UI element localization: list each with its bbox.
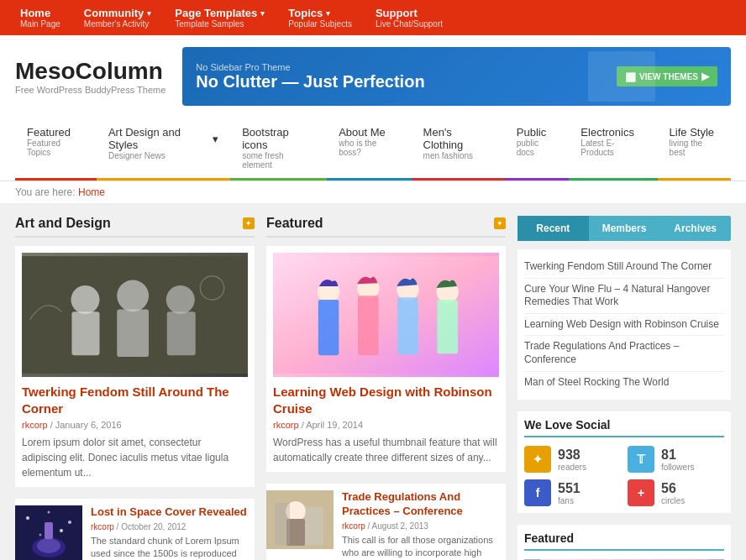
top-nav-label-topics: Topics ▾ [288, 7, 352, 19]
svg-rect-25 [273, 256, 499, 374]
cat-nav-sub-featured: Featured Topics [27, 139, 85, 157]
social-icon-twitter: 𝕋 [628, 446, 654, 473]
art-design-main-meta: rkcorp / January 6, 2016 [22, 420, 248, 430]
cat-nav-label-electronics: Electronics [581, 126, 645, 139]
cat-nav-item-lifestyle[interactable]: Life Style living the best [658, 118, 731, 181]
svg-rect-27 [318, 300, 339, 355]
cat-arrow-art-design: ▾ [213, 133, 218, 145]
lost-in-space-excerpt: The standard chunk of Lorem Ipsum used s… [91, 535, 255, 560]
site-name: MesoColumn [15, 58, 165, 85]
top-nav-sub-community: Member's Activity [84, 19, 152, 29]
social-info-rss: 938 readers [558, 447, 586, 472]
cat-nav-item-art-design[interactable]: Art Design and Styles ▾ Designer News [97, 118, 230, 181]
social-count-facebook: 551 [558, 481, 581, 496]
social-item-twitter[interactable]: 𝕋 81 followers [628, 446, 724, 473]
cat-nav-label-lifestyle: Life Style [670, 126, 719, 139]
top-nav-item-home[interactable]: Home Main Page [8, 0, 72, 35]
banner-mockup-image [588, 51, 655, 102]
social-info-facebook: 551 fans [558, 481, 581, 505]
site-header: MesoColumn Free WordPress BuddyPress The… [0, 35, 746, 118]
art-design-main-author[interactable]: rkcorp [22, 420, 48, 430]
site-tagline: Free WordPress BuddyPress Theme [15, 85, 165, 95]
featured-main-excerpt: WordPress has a useful thumbnail feature… [273, 435, 499, 465]
category-navigation: Featured Featured Topics Art Design and … [0, 118, 746, 181]
social-title: We Love Social [524, 418, 724, 437]
cat-nav-label-mens-clothing: Men's Clothing [423, 126, 493, 151]
social-item-gplus[interactable]: + 56 circles [628, 479, 724, 506]
top-nav-label-page-templates: Page Templates ▾ [175, 7, 265, 19]
space-image-svg [15, 505, 82, 560]
trade-regulations-author[interactable]: rkcorp [342, 521, 365, 531]
cat-nav-item-electronics[interactable]: Electronics Latest E-Products [569, 118, 657, 181]
lost-in-space-author[interactable]: rkcorp [91, 522, 114, 531]
social-icon-facebook: f [524, 479, 551, 506]
breadcrumb-home-link[interactable]: Home [78, 186, 105, 198]
top-nav-label-support: Support [376, 7, 443, 19]
sidebar-link-0[interactable]: Twerking Fendom Still Around The Corner [524, 256, 724, 279]
sidebar-featured-title: Featured [524, 531, 724, 551]
art-design-main-image [22, 253, 248, 377]
featured-main-author[interactable]: rkcorp [273, 420, 299, 430]
art-design-main-date: January 6, 2016 [55, 420, 122, 430]
social-item-facebook[interactable]: f 551 fans [524, 479, 621, 506]
featured-small-article-1: Trade Regulations And Practices – Confer… [266, 484, 506, 560]
social-item-rss[interactable]: ✦ 938 readers [524, 446, 621, 473]
cat-nav-sub-mens-clothing: men fashions [423, 151, 493, 160]
top-nav-item-topics[interactable]: Topics ▾ Popular Subjects [276, 0, 364, 35]
rss-icon-featured[interactable]: ✦ [494, 217, 506, 229]
lost-in-space-title[interactable]: Lost in Space Cover Revealed [91, 505, 255, 520]
art-design-image-svg [22, 253, 248, 377]
cat-nav-item-bootstrap[interactable]: Bootstrap icons some fresh element [230, 118, 327, 181]
svg-point-17 [37, 538, 60, 553]
svg-rect-34 [437, 300, 458, 353]
sidebar-link-1[interactable]: Cure Your Wine Flu – 4 Natural Hangover … [524, 279, 724, 314]
featured-section-header: Featured ✦ [266, 216, 506, 238]
featured-image-svg [273, 253, 499, 377]
cat-nav-sub-about-me: who is the boss? [339, 139, 399, 157]
featured-main-article: Learning Web Design with Robinson Cruise… [266, 246, 506, 472]
social-count-gplus: 56 [661, 481, 685, 496]
trade-regulations-content: Trade Regulations And Practices – Confer… [342, 490, 506, 560]
featured-main-title[interactable]: Learning Web Design with Robinson Cruise [273, 377, 499, 420]
cat-nav-label-featured: Featured [27, 126, 85, 139]
sidebar: RecentMembersArchives Twerking Fendom St… [517, 216, 731, 560]
svg-rect-8 [167, 311, 196, 355]
sidebar-link-4[interactable]: Man of Steel Rocking The World [524, 372, 724, 394]
trade-regulations-title[interactable]: Trade Regulations And Practices – Confer… [342, 490, 506, 519]
cat-nav-sub-art-design: Designer News [108, 151, 218, 160]
svg-rect-18 [45, 522, 53, 539]
top-nav-item-page-templates[interactable]: Page Templates ▾ Template Samples [163, 0, 276, 35]
lost-in-space-image [15, 505, 82, 560]
cat-nav-item-about-me[interactable]: About Me who is the boss? [327, 118, 411, 181]
site-logo: MesoColumn Free WordPress BuddyPress The… [15, 58, 165, 95]
trade-image-svg [266, 490, 334, 549]
top-nav-item-community[interactable]: Community ▾ Member's Activity [72, 0, 164, 35]
rss-icon-art[interactable]: ✦ [243, 217, 255, 229]
sidebar-tab-archives[interactable]: Archives [659, 216, 731, 241]
top-nav-item-support[interactable]: Support Live Chat/Support [364, 0, 454, 35]
sidebar-link-3[interactable]: Trade Regulations And Practices – Confer… [524, 336, 724, 371]
art-design-small-article-1: Lost in Space Cover Revealed rkcorp / Oc… [15, 499, 255, 560]
featured-main-date: April 19, 2014 [306, 420, 363, 430]
svg-point-15 [60, 529, 63, 532]
sidebar-link-2[interactable]: Learning Web Design with Robinson Cruise [524, 314, 724, 337]
lost-in-space-article: Lost in Space Cover Revealed rkcorp / Oc… [15, 505, 255, 560]
sidebar-tab-recent[interactable]: Recent [517, 216, 589, 241]
top-nav-sub-page-templates: Template Samples [175, 19, 265, 29]
art-design-main-title[interactable]: Twerking Fendom Still Around The Corner [22, 377, 248, 420]
lost-in-space-date: October 20, 2012 [121, 522, 186, 531]
trade-regulations-excerpt: This call is for all those organizations… [342, 534, 506, 560]
svg-rect-6 [117, 309, 149, 357]
art-design-main-article: Twerking Fendom Still Around The Corner … [15, 246, 255, 487]
svg-point-7 [166, 285, 195, 314]
top-nav-label-home: Home [20, 7, 60, 19]
nav-arrow-community: ▾ [147, 9, 151, 18]
cat-nav-item-mens-clothing[interactable]: Men's Clothing men fashions [412, 118, 505, 181]
svg-rect-38 [305, 507, 323, 545]
cat-nav-item-public[interactable]: Public public docs [505, 118, 570, 181]
svg-point-3 [71, 285, 100, 314]
social-label-facebook: fans [558, 496, 581, 505]
cat-nav-item-featured[interactable]: Featured Featured Topics [15, 118, 97, 181]
sidebar-tab-members[interactable]: Members [589, 216, 660, 241]
promo-banner: No Sidebar Pro Theme No Clutter — Just P… [182, 47, 731, 106]
